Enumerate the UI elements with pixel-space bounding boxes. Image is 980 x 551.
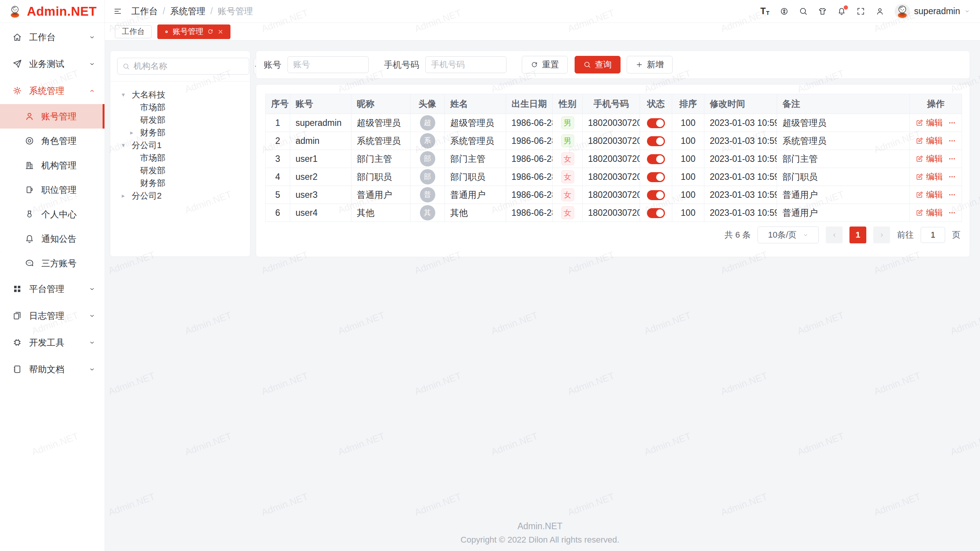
sidebar-item-platform-management[interactable]: 平台管理 [0, 276, 105, 302]
goto-page-input[interactable] [921, 227, 945, 243]
edit-button[interactable]: 编辑 [916, 153, 943, 165]
sidebar-item-label: 账号管理 [41, 111, 77, 122]
search-icon [122, 63, 130, 70]
chevron-up-icon [89, 88, 95, 94]
tab-label: 工作台 [122, 26, 145, 37]
fullscreen-icon[interactable] [856, 7, 865, 16]
sidebar-item-log-management[interactable]: 日志管理 [0, 302, 105, 329]
caret-down-icon[interactable]: ▾ [122, 91, 131, 98]
status-toggle[interactable] [647, 172, 665, 182]
user-icon[interactable] [875, 7, 884, 16]
cell-account: user4 [290, 204, 351, 222]
theme-icon[interactable] [818, 7, 827, 16]
cell-index: 4 [266, 168, 290, 186]
sidebar-item-role-management[interactable]: 角色管理 [0, 129, 105, 153]
next-page-button[interactable] [873, 227, 890, 243]
sidebar-item-account-management[interactable]: 账号管理 [0, 104, 105, 129]
add-label: 新增 [647, 59, 664, 70]
edit-button[interactable]: 编辑 [916, 117, 943, 129]
breadcrumb-item[interactable]: 系统管理 [170, 5, 205, 17]
cell-birth: 1986-06-28 [506, 132, 553, 150]
tree-node[interactable]: 研发部 [117, 114, 243, 126]
footer: Admin.NET Copyright © 2022 Dilon All rig… [110, 521, 970, 551]
tree-node[interactable]: ▸分公司2 [117, 189, 243, 202]
breadcrumb-item[interactable]: 工作台 [131, 5, 158, 17]
cell-name: 超级管理员 [445, 114, 506, 132]
more-actions-icon[interactable] [948, 173, 956, 181]
status-toggle[interactable] [647, 208, 665, 218]
sidebar-item-label: 帮助文档 [29, 364, 64, 375]
sidebar-item-third-party-account[interactable]: 三方账号 [0, 251, 105, 276]
tree-node[interactable]: 市场部 [117, 152, 243, 164]
page-number-button[interactable]: 1 [849, 227, 866, 243]
sidebar-item-personal-center[interactable]: 个人中心 [0, 202, 105, 227]
logo-text: Admin.NET [27, 4, 96, 19]
more-actions-icon[interactable] [948, 191, 956, 199]
edit-button[interactable]: 编辑 [916, 189, 943, 201]
edit-button[interactable]: 编辑 [916, 171, 943, 183]
cell-sort: 100 [672, 204, 704, 222]
sidebar-item-workbench[interactable]: 工作台 [0, 24, 105, 51]
sidebar-item-help-docs[interactable]: 帮助文档 [0, 356, 105, 383]
avatar: 普 [420, 187, 435, 202]
edit-button[interactable]: 编辑 [916, 207, 943, 218]
tab-refresh-icon[interactable] [207, 28, 214, 35]
tree-node[interactable]: 财务部 [117, 177, 243, 189]
sidebar-item-dev-tools[interactable]: 开发工具 [0, 329, 105, 356]
tree-node[interactable]: ▸财务部 [117, 126, 243, 139]
caret-right-icon[interactable]: ▸ [122, 192, 131, 199]
page-size-select[interactable]: 10条/页 [758, 227, 819, 243]
tree-node[interactable]: ▾分公司1 [117, 139, 243, 152]
sidebar-item-business-test[interactable]: 业务测试 [0, 51, 105, 77]
query-button[interactable]: 查询 [575, 56, 621, 73]
phone-input[interactable] [425, 56, 506, 73]
avatar: 部 [420, 169, 435, 184]
tree-node[interactable]: 市场部 [117, 101, 243, 114]
user-profile-menu[interactable]: superadmin [895, 4, 970, 19]
sidebar-item-label: 日志管理 [29, 310, 64, 322]
footer-app-name: Admin.NET [110, 521, 970, 531]
status-toggle[interactable] [647, 154, 665, 164]
cell-name: 系统管理员 [445, 132, 506, 150]
avatar: 部 [420, 151, 435, 166]
sidebar-item-system-management[interactable]: 系统管理 [0, 77, 105, 104]
column-header: 修改时间 [704, 94, 777, 114]
caret-right-icon[interactable]: ▸ [130, 129, 139, 136]
prev-page-button[interactable] [826, 227, 843, 243]
cell-phone: 18020030720 [583, 132, 640, 150]
font-size-icon[interactable]: TT [760, 7, 769, 16]
avatar: 系 [420, 133, 435, 148]
more-actions-icon[interactable] [948, 155, 956, 163]
add-button[interactable]: 新增 [627, 56, 673, 73]
position-icon [24, 185, 34, 195]
search-icon[interactable] [799, 7, 808, 16]
notification-icon[interactable] [837, 7, 846, 16]
more-actions-icon[interactable] [948, 209, 956, 217]
language-icon[interactable] [780, 7, 789, 16]
sidebar-item-org-management[interactable]: 机构管理 [0, 153, 105, 178]
tab-account-management[interactable]: 账号管理 [157, 24, 230, 39]
breadcrumb-separator: / [210, 6, 212, 16]
send-icon [12, 59, 22, 69]
more-actions-icon[interactable] [948, 119, 956, 127]
sidebar-item-position-management[interactable]: 职位管理 [0, 178, 105, 202]
edit-icon [916, 155, 923, 163]
status-toggle[interactable] [647, 118, 665, 128]
tree-node[interactable]: 研发部 [117, 164, 243, 177]
edit-button[interactable]: 编辑 [916, 135, 943, 147]
more-actions-icon[interactable] [948, 137, 956, 145]
status-toggle[interactable] [647, 190, 665, 200]
cell-account: superadmin [290, 114, 351, 132]
page-unit-label: 页 [952, 229, 960, 241]
collapse-menu-icon[interactable] [113, 7, 122, 16]
org-search-input[interactable] [134, 61, 244, 71]
caret-down-icon[interactable]: ▾ [122, 142, 131, 149]
tab-close-icon[interactable] [217, 29, 224, 35]
status-toggle[interactable] [647, 136, 665, 146]
account-input[interactable] [287, 56, 369, 73]
sidebar-item-notice[interactable]: 通知公告 [0, 227, 105, 251]
tab-workbench[interactable]: 工作台 [115, 25, 152, 38]
reset-button[interactable]: 重置 [522, 56, 568, 73]
tree-node[interactable]: ▾大名科技 [117, 88, 243, 101]
logo[interactable]: Admin.NET [0, 0, 105, 23]
